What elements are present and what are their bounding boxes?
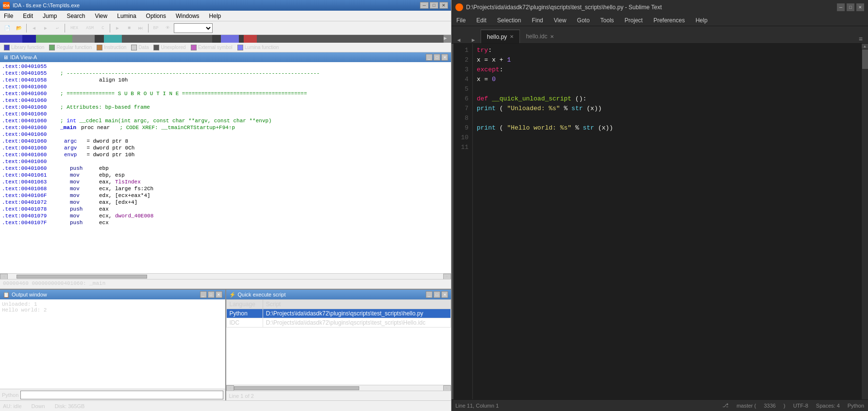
toolbar-bp[interactable]: BP [150, 23, 161, 33]
vscroll-up[interactable]: ▲ [862, 44, 868, 49]
vscroll-thumb[interactable] [862, 49, 868, 69]
legend-lumina-color [237, 45, 243, 50]
toolbar-run[interactable]: ▶ [112, 23, 123, 33]
toolbar-sep2 [65, 24, 65, 33]
output-panel: 📋 Output window _ □ ✕ Unloaded: 1 Hello … [0, 290, 226, 400]
menu-view[interactable]: View [93, 12, 109, 20]
ida-icon: IDA [3, 2, 10, 9]
code-content[interactable]: try: x = x + 1 except: x = 0 def __quick… [473, 44, 861, 399]
menu-lumina[interactable]: Lumina [115, 12, 138, 20]
nav-scroll-right[interactable]: ▶ [443, 35, 451, 43]
sublime-menu-edit[interactable]: Edit [473, 16, 489, 24]
menu-jump[interactable]: Jump [41, 12, 59, 20]
menu-file[interactable]: File [2, 12, 15, 20]
horizontal-scrollbar[interactable]: ◀ ▶ [0, 273, 451, 279]
python-input[interactable] [20, 391, 223, 399]
toolbar-step[interactable]: ⏭ [135, 23, 146, 33]
sublime-menu-find[interactable]: Find [529, 16, 546, 24]
menu-options[interactable]: Options [144, 12, 168, 20]
nav-block-red [244, 35, 257, 43]
output-minimize[interactable]: _ [200, 291, 207, 298]
ida-code-view[interactable]: .text:00401055 .text:00401055 ; --------… [0, 62, 451, 273]
script-panel: ⚡ Quick execute script _ □ ✕ Language Sc… [226, 290, 451, 400]
toolbar-c[interactable]: C [98, 23, 108, 33]
script-minimize[interactable]: _ [426, 291, 433, 298]
menu-help[interactable]: Help [207, 12, 223, 20]
tab-hello-py-close[interactable]: ✕ [510, 34, 514, 39]
menu-edit[interactable]: Edit [21, 12, 35, 20]
menu-windows[interactable]: Windows [174, 12, 201, 20]
ida-view-minimize[interactable]: _ [426, 54, 433, 61]
tab-hello-py[interactable]: hello.py ✕ [481, 30, 520, 43]
tab-hello-idc-close[interactable]: ✕ [550, 34, 554, 39]
code-line: .text:00401060 [0, 111, 451, 117]
toolbar-open[interactable]: 📂 [14, 23, 24, 33]
scroll-right-btn[interactable]: ▶ [443, 274, 451, 279]
ida-view-titlebar: 🖥 IDA View-A _ □ ✕ [0, 52, 451, 62]
script-scroll-right[interactable]: ▶ [443, 385, 451, 391]
output-maximize[interactable]: □ [208, 291, 215, 298]
nav-block-blue3 [221, 35, 239, 43]
toolbar-asm[interactable]: ASM [83, 23, 97, 33]
script-hscroll[interactable]: ◀ ▶ [226, 385, 451, 391]
toolbar-return[interactable]: ↩ [52, 23, 63, 33]
script-table[interactable]: Language Script Python D:\Projects\ida\i… [226, 299, 451, 385]
py-line-2: x = x + 1 [477, 55, 857, 65]
script-row-idc[interactable]: IDC D:\Projects\ida\idasdk72\plugins\qsc… [226, 318, 451, 328]
toolbar-new[interactable]: 📄 [2, 23, 13, 33]
sublime-menu-goto[interactable]: Goto [574, 16, 593, 24]
tab-hello-idc[interactable]: hello.idc ✕ [520, 30, 560, 43]
sublime-encoding: UTF-8 [793, 403, 808, 409]
output-content[interactable]: Unloaded: 1 Hello world: 2 [0, 299, 225, 389]
output-titlebar: 📋 Output window _ □ ✕ [0, 290, 225, 299]
ida-view-maximize[interactable]: □ [434, 54, 440, 61]
status-state: AU: idle [3, 403, 22, 409]
minimize-button[interactable]: ─ [420, 2, 429, 9]
scroll-thumb[interactable] [17, 275, 147, 279]
navigation-bar[interactable]: ▶ [0, 35, 451, 43]
tab-menu-btn[interactable]: ≡ [853, 35, 868, 43]
toolbar-combo[interactable] [174, 23, 213, 33]
toolbar-stop[interactable]: ■ [124, 23, 134, 33]
sublime-menu-preferences[interactable]: Preferences [651, 16, 688, 24]
ida-titlebar: IDA IDA - tls.exe C:\Temp\tls.exe ─ □ ✕ [0, 0, 451, 11]
maximize-button[interactable]: □ [430, 2, 438, 9]
sublime-minimize[interactable]: ─ [837, 3, 845, 11]
menu-search[interactable]: Search [65, 12, 87, 20]
sublime-editor[interactable]: 1 2 3 4 5 6 7 8 9 10 11 try: x = x + 1 e [451, 44, 868, 399]
sublime-status-left: Line 11, Column 1 [455, 403, 499, 409]
sublime-vscrollbar[interactable]: ▲ [861, 44, 868, 399]
col-script: Script [263, 300, 451, 309]
sublime-menu-file[interactable]: File [453, 16, 468, 24]
toolbar-forward[interactable]: ▶ [40, 23, 51, 33]
ida-view-close[interactable]: ✕ [441, 54, 448, 61]
script-maximize[interactable]: □ [434, 291, 440, 298]
code-line: .text:00401078 push eax [0, 206, 451, 213]
script-scroll-thumb[interactable] [234, 386, 360, 390]
script-title: Quick execute script [238, 292, 286, 297]
toolbar-watch[interactable]: 👁 [162, 23, 173, 33]
sublime-menu-bar: File Edit Selection Find View Goto Tools… [451, 15, 868, 26]
output-close[interactable]: ✕ [216, 291, 222, 298]
script-scroll-left[interactable]: ◀ [226, 385, 234, 391]
legend-lumina: Lumina function [237, 45, 279, 50]
sublime-menu-tools[interactable]: Tools [598, 16, 617, 24]
sublime-close[interactable]: ✕ [856, 3, 864, 11]
legend-reg-color [49, 45, 55, 50]
script-row-python[interactable]: Python D:\Projects\ida\idasdk72\plugins\… [226, 309, 451, 318]
legend-ext-label: External symbol [198, 45, 233, 50]
toolbar-hex[interactable]: HEX [67, 23, 82, 33]
script-close[interactable]: ✕ [441, 291, 448, 298]
sublime-maximize[interactable]: □ [847, 3, 854, 11]
scroll-left-btn[interactable]: ◀ [0, 274, 8, 279]
sublime-menu-project[interactable]: Project [622, 16, 646, 24]
sublime-menu-view[interactable]: View [551, 16, 569, 24]
sublime-menu-help[interactable]: Help [693, 16, 711, 24]
ida-toolbar: 📄 📂 ◀ ▶ ↩ HEX ASM C ▶ ■ ⏭ BP 👁 [0, 21, 451, 35]
toolbar-back[interactable]: ◀ [29, 23, 39, 33]
sublime-titlebar: D:\Projects\ida\idasdk72\plugins\qscript… [451, 0, 868, 15]
sublime-menu-selection[interactable]: Selection [494, 16, 524, 24]
tab-nav-next[interactable]: ▶ [466, 37, 481, 43]
tab-nav-prev[interactable]: ◀ [451, 37, 466, 43]
close-button[interactable]: ✕ [439, 2, 448, 9]
